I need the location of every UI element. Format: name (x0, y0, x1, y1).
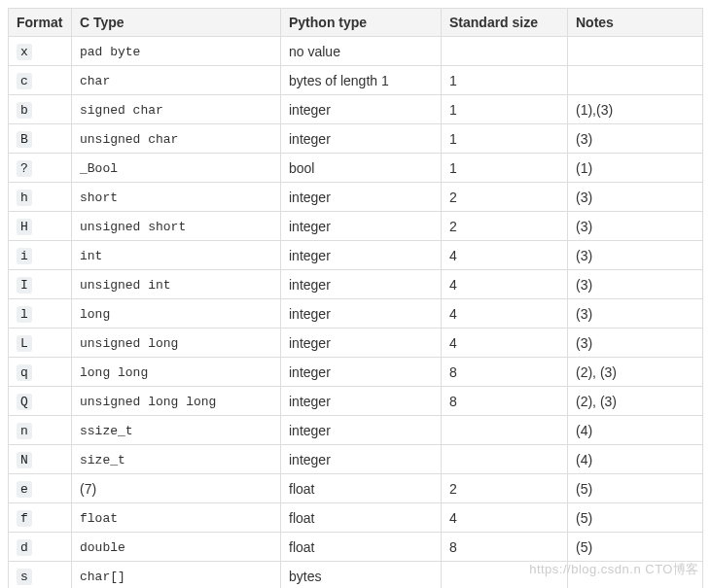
cell-ctype: unsigned char (72, 124, 281, 154)
header-notes: Notes (568, 9, 703, 37)
table-row: ?_Boolbool1(1) (9, 154, 703, 183)
ctype-value: (7) (80, 481, 96, 497)
table-row: hshortinteger2(3) (9, 183, 703, 212)
cell-ssize: 1 (442, 154, 568, 183)
cell-notes: (3) (568, 299, 703, 329)
cell-ssize (442, 445, 568, 474)
cell-notes: (5) (568, 533, 703, 562)
cell-ctype: int (72, 241, 281, 270)
ctype-value: long long (80, 365, 148, 380)
cell-ptype: integer (281, 212, 442, 241)
format-char: e (17, 481, 32, 498)
format-char: L (17, 335, 32, 352)
cell-ctype: short (72, 183, 281, 212)
ctype-value: unsigned short (80, 220, 186, 234)
ctype-value: _Bool (80, 161, 118, 176)
cell-ptype: bytes (281, 562, 442, 589)
struct-format-table: Format C Type Python type Standard size … (8, 8, 703, 588)
cell-format: I (9, 270, 72, 299)
format-char: q (17, 364, 32, 381)
format-char: f (17, 510, 32, 527)
cell-notes (568, 562, 703, 589)
cell-ptype: float (281, 474, 442, 503)
cell-ssize (442, 37, 568, 66)
header-ctype: C Type (72, 9, 281, 37)
cell-format: c (9, 66, 72, 95)
cell-notes (568, 37, 703, 66)
cell-notes: (2), (3) (568, 387, 703, 416)
cell-notes: (3) (568, 212, 703, 241)
format-char: n (17, 423, 32, 439)
cell-ptype: float (281, 533, 442, 562)
cell-ssize: 4 (442, 270, 568, 299)
cell-ptype: integer (281, 270, 442, 299)
cell-ptype: integer (281, 329, 442, 358)
cell-ssize: 1 (442, 66, 568, 95)
cell-ssize: 1 (442, 124, 568, 154)
cell-ptype: float (281, 503, 442, 533)
format-char: c (17, 73, 32, 89)
ctype-value: pad byte (80, 45, 140, 59)
format-char: x (17, 44, 32, 60)
cell-ptype: integer (281, 416, 442, 445)
cell-ssize: 4 (442, 503, 568, 533)
ctype-value: char[] (80, 570, 125, 584)
cell-ctype: size_t (72, 445, 281, 474)
format-char: s (17, 569, 32, 585)
ctype-value: char (80, 74, 110, 88)
cell-ptype: bool (281, 154, 442, 183)
header-ptype: Python type (281, 9, 442, 37)
format-char: Q (17, 394, 32, 410)
header-ssize: Standard size (442, 9, 568, 37)
cell-ssize: 8 (442, 358, 568, 387)
table-row: schar[]bytes (9, 562, 703, 589)
ctype-value: double (80, 540, 125, 555)
cell-format: l (9, 299, 72, 329)
cell-ptype: integer (281, 183, 442, 212)
cell-format: s (9, 562, 72, 589)
cell-format: N (9, 445, 72, 474)
cell-ssize: 2 (442, 183, 568, 212)
table-row: Qunsigned long longinteger8(2), (3) (9, 387, 703, 416)
cell-ctype: unsigned long (72, 329, 281, 358)
cell-format: n (9, 416, 72, 445)
ctype-value: float (80, 511, 118, 526)
cell-ctype: long long (72, 358, 281, 387)
cell-ctype: char[] (72, 562, 281, 589)
cell-notes: (2), (3) (568, 358, 703, 387)
cell-ptype: integer (281, 95, 442, 124)
cell-ptype: integer (281, 299, 442, 329)
ctype-value: unsigned int (80, 278, 171, 293)
cell-ptype: integer (281, 445, 442, 474)
table-row: iintinteger4(3) (9, 241, 703, 270)
cell-notes: (4) (568, 416, 703, 445)
cell-notes: (1) (568, 154, 703, 183)
table-row: Nsize_tinteger(4) (9, 445, 703, 474)
table-row: bsigned charinteger1(1),(3) (9, 95, 703, 124)
format-char: l (17, 306, 32, 323)
cell-ctype: long (72, 299, 281, 329)
cell-format: L (9, 329, 72, 358)
table-row: xpad byteno value (9, 37, 703, 66)
cell-format: B (9, 124, 72, 154)
cell-format: i (9, 241, 72, 270)
cell-format: q (9, 358, 72, 387)
cell-ptype: integer (281, 241, 442, 270)
ctype-value: short (80, 190, 118, 205)
format-char: B (17, 131, 32, 148)
cell-format: x (9, 37, 72, 66)
ctype-value: size_t (80, 453, 125, 467)
table-row: llonginteger4(3) (9, 299, 703, 329)
format-char: N (17, 452, 32, 468)
header-format: Format (9, 9, 72, 37)
cell-ptype: integer (281, 387, 442, 416)
cell-notes: (3) (568, 270, 703, 299)
cell-notes: (1),(3) (568, 95, 703, 124)
cell-notes: (3) (568, 124, 703, 154)
cell-notes (568, 66, 703, 95)
ctype-value: long (80, 307, 110, 322)
format-char: d (17, 539, 32, 556)
table-row: ddoublefloat8(5) (9, 533, 703, 562)
cell-ssize: 2 (442, 212, 568, 241)
cell-ssize: 2 (442, 474, 568, 503)
